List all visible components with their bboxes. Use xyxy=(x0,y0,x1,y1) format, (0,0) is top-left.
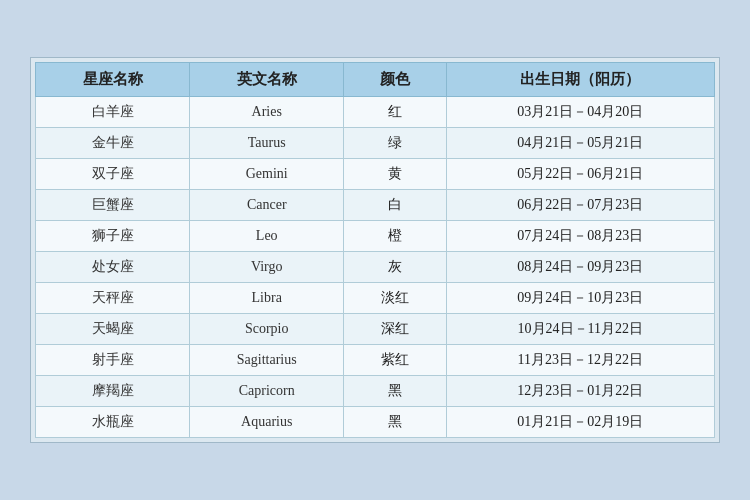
zodiac-table-container: 星座名称 英文名称 颜色 出生日期（阳历） 白羊座Aries红03月21日－04… xyxy=(30,57,720,443)
table-row: 天秤座Libra淡红09月24日－10月23日 xyxy=(36,283,715,314)
cell-color: 紫红 xyxy=(344,345,446,376)
table-row: 巨蟹座Cancer白06月22日－07月23日 xyxy=(36,190,715,221)
cell-dates: 05月22日－06月21日 xyxy=(446,159,715,190)
cell-english-name: Virgo xyxy=(190,252,344,283)
table-row: 天蝎座Scorpio深红10月24日－11月22日 xyxy=(36,314,715,345)
header-english-name: 英文名称 xyxy=(190,63,344,97)
cell-chinese-name: 处女座 xyxy=(36,252,190,283)
cell-dates: 08月24日－09月23日 xyxy=(446,252,715,283)
cell-english-name: Gemini xyxy=(190,159,344,190)
cell-chinese-name: 摩羯座 xyxy=(36,376,190,407)
cell-chinese-name: 双子座 xyxy=(36,159,190,190)
cell-dates: 03月21日－04月20日 xyxy=(446,97,715,128)
cell-dates: 11月23日－12月22日 xyxy=(446,345,715,376)
cell-chinese-name: 白羊座 xyxy=(36,97,190,128)
cell-color: 黑 xyxy=(344,407,446,438)
cell-chinese-name: 射手座 xyxy=(36,345,190,376)
cell-english-name: Libra xyxy=(190,283,344,314)
cell-english-name: Aquarius xyxy=(190,407,344,438)
cell-color: 绿 xyxy=(344,128,446,159)
cell-dates: 06月22日－07月23日 xyxy=(446,190,715,221)
cell-english-name: Scorpio xyxy=(190,314,344,345)
cell-chinese-name: 金牛座 xyxy=(36,128,190,159)
cell-english-name: Capricorn xyxy=(190,376,344,407)
table-body: 白羊座Aries红03月21日－04月20日金牛座Taurus绿04月21日－0… xyxy=(36,97,715,438)
cell-chinese-name: 天秤座 xyxy=(36,283,190,314)
cell-dates: 04月21日－05月21日 xyxy=(446,128,715,159)
cell-chinese-name: 巨蟹座 xyxy=(36,190,190,221)
cell-chinese-name: 水瓶座 xyxy=(36,407,190,438)
table-row: 白羊座Aries红03月21日－04月20日 xyxy=(36,97,715,128)
cell-color: 橙 xyxy=(344,221,446,252)
header-chinese-name: 星座名称 xyxy=(36,63,190,97)
table-row: 金牛座Taurus绿04月21日－05月21日 xyxy=(36,128,715,159)
cell-color: 深红 xyxy=(344,314,446,345)
table-row: 水瓶座Aquarius黑01月21日－02月19日 xyxy=(36,407,715,438)
cell-color: 红 xyxy=(344,97,446,128)
table-row: 处女座Virgo灰08月24日－09月23日 xyxy=(36,252,715,283)
header-dates: 出生日期（阳历） xyxy=(446,63,715,97)
cell-dates: 01月21日－02月19日 xyxy=(446,407,715,438)
cell-color: 淡红 xyxy=(344,283,446,314)
cell-color: 黑 xyxy=(344,376,446,407)
table-header-row: 星座名称 英文名称 颜色 出生日期（阳历） xyxy=(36,63,715,97)
cell-english-name: Cancer xyxy=(190,190,344,221)
cell-color: 黄 xyxy=(344,159,446,190)
cell-dates: 10月24日－11月22日 xyxy=(446,314,715,345)
cell-english-name: Taurus xyxy=(190,128,344,159)
cell-color: 灰 xyxy=(344,252,446,283)
cell-chinese-name: 狮子座 xyxy=(36,221,190,252)
zodiac-table: 星座名称 英文名称 颜色 出生日期（阳历） 白羊座Aries红03月21日－04… xyxy=(35,62,715,438)
cell-dates: 12月23日－01月22日 xyxy=(446,376,715,407)
cell-english-name: Aries xyxy=(190,97,344,128)
table-row: 摩羯座Capricorn黑12月23日－01月22日 xyxy=(36,376,715,407)
cell-english-name: Sagittarius xyxy=(190,345,344,376)
cell-chinese-name: 天蝎座 xyxy=(36,314,190,345)
table-row: 射手座Sagittarius紫红11月23日－12月22日 xyxy=(36,345,715,376)
header-color: 颜色 xyxy=(344,63,446,97)
cell-color: 白 xyxy=(344,190,446,221)
table-row: 狮子座Leo橙07月24日－08月23日 xyxy=(36,221,715,252)
cell-dates: 07月24日－08月23日 xyxy=(446,221,715,252)
cell-dates: 09月24日－10月23日 xyxy=(446,283,715,314)
table-row: 双子座Gemini黄05月22日－06月21日 xyxy=(36,159,715,190)
cell-english-name: Leo xyxy=(190,221,344,252)
